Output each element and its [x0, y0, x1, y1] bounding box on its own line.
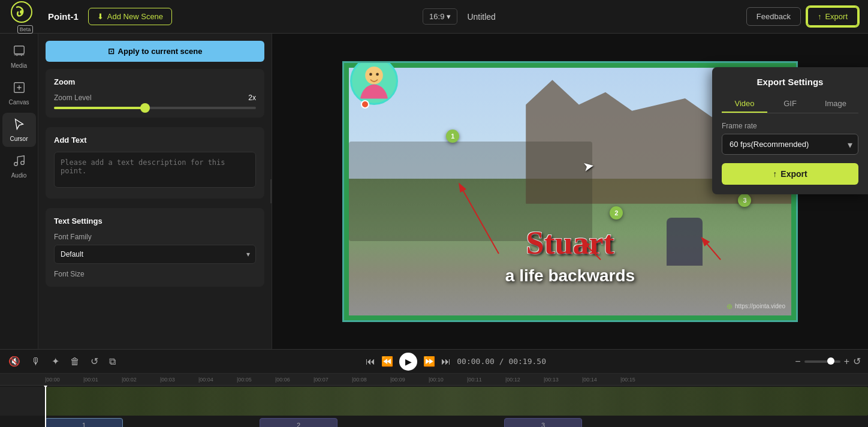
svg-point-7: [376, 73, 379, 76]
zoom-out-button[interactable]: −: [795, 356, 800, 367]
frame-rate-select[interactable]: 30 fps 60 fps(Recommended) 24 fps: [722, 134, 858, 155]
effects-button[interactable]: ✦: [50, 354, 61, 368]
thumb-strip-inner: [45, 387, 868, 416]
ruler-mark-4: |00:04: [198, 377, 237, 383]
beta-badge: Beta: [17, 25, 34, 34]
left-sidebar-icons: Media Canvas Cursor: [0, 34, 38, 349]
add-text-title: Add Text: [54, 136, 256, 145]
add-text-input[interactable]: [54, 152, 256, 188]
main-area: Media Canvas Cursor: [0, 34, 868, 349]
apply-to-scene-button[interactable]: ⊡ Apply to current scene: [46, 41, 264, 62]
ruler-mark-3: |00:03: [160, 377, 198, 383]
export-icon: ↑: [818, 12, 822, 21]
export-settings-panel: Export Settings Video GIF Image Frame ra…: [712, 67, 868, 194]
text-settings-section: Text Settings Font Family Default Arial …: [46, 208, 264, 287]
track-label: [0, 387, 45, 416]
feedback-button[interactable]: Feedback: [746, 7, 801, 26]
export-tabs: Video GIF Image: [722, 95, 858, 113]
add-text-section: Add Text: [46, 127, 264, 199]
logo-wrapper: Beta: [10, 0, 41, 34]
audio-icon: [13, 154, 26, 170]
scenes-track: 1 2 3: [0, 417, 868, 427]
sidebar-item-canvas[interactable]: Canvas: [2, 76, 36, 110]
scene-block-3[interactable]: 3: [504, 418, 582, 427]
export-tab-gif[interactable]: GIF: [767, 95, 813, 113]
sidebar-cursor-label: Cursor: [10, 136, 28, 142]
ruler-mark-6: |00:06: [275, 377, 314, 383]
zoom-reset-button[interactable]: ↺: [853, 356, 861, 367]
ruler-mark-9: |00:09: [390, 377, 429, 383]
export-action-icon: ↑: [773, 169, 777, 179]
cursor-icon: [13, 118, 26, 133]
mute-button[interactable]: 🔇: [7, 354, 22, 368]
ruler-mark-14: |00:14: [582, 377, 620, 383]
thumbnail-strip: [45, 387, 868, 416]
sidebar-audio-label: Audio: [11, 172, 27, 179]
prev-button[interactable]: ⏮: [366, 356, 375, 367]
ruler-mark-8: |00:08: [352, 377, 390, 383]
step-back-button[interactable]: ⏪: [381, 356, 393, 367]
ruler-mark-12: |00:12: [505, 377, 544, 383]
export-tab-video[interactable]: Video: [722, 95, 767, 113]
ruler-mark-15: |00:15: [620, 377, 659, 383]
frame-rate-select-wrapper: 30 fps 60 fps(Recommended) 24 fps ▾: [722, 134, 858, 155]
font-family-select-wrapper: Default Arial Georgia Helvetica Times Ne…: [54, 245, 256, 264]
text-settings-title: Text Settings: [54, 216, 256, 225]
top-center: 16:9 ▾ Untitled: [172, 8, 746, 25]
ruler-mark-2: |00:02: [122, 377, 160, 383]
font-family-select[interactable]: Default Arial Georgia Helvetica Times Ne…: [54, 245, 256, 264]
timeline-zoom-thumb[interactable]: [827, 357, 834, 365]
export-panel-title: Export Settings: [722, 77, 858, 87]
point-marker-1: 1: [446, 130, 459, 143]
zoom-slider[interactable]: [54, 107, 256, 109]
canvas-icon: [13, 81, 26, 97]
next-button[interactable]: ⏭: [441, 356, 451, 367]
add-new-scene-button[interactable]: ⬇ Add New Scene: [88, 8, 172, 25]
play-button[interactable]: ▶: [399, 353, 417, 371]
sidebar-item-audio[interactable]: Audio: [2, 149, 36, 184]
undo-button[interactable]: ↺: [89, 354, 100, 368]
timeline-zoom-slider[interactable]: [804, 360, 840, 363]
ruler-mark-11: |00:11: [467, 377, 505, 383]
add-scene-icon: ⬇: [97, 12, 104, 21]
scene-title: Untitled: [467, 12, 495, 22]
delete-segment-button[interactable]: 🗑: [69, 355, 81, 368]
zoom-slider-track: [54, 107, 256, 109]
video-area: Stuart a life backwards ⊕ https://pointa…: [272, 34, 868, 349]
ruler-mark-13: |00:13: [544, 377, 582, 383]
ruler-mark-1: |00:01: [83, 377, 122, 383]
font-size-label: Font Size: [54, 270, 256, 278]
apply-icon: ⊡: [108, 47, 114, 56]
sidebar-media-label: Media: [11, 62, 27, 69]
timeline-tracks: 1 2 3: [0, 386, 868, 427]
scene-block-2[interactable]: 2: [260, 418, 337, 427]
mic-button[interactable]: 🎙: [30, 355, 42, 368]
ruler-mark-10: |00:10: [429, 377, 467, 383]
playhead[interactable]: [45, 386, 46, 427]
ruler-marks-container: |00:00 |00:01 |00:02 |00:03 |00:04 |00:0…: [45, 377, 659, 383]
sidebar-canvas-label: Canvas: [9, 99, 29, 106]
play-controls: ⏮ ⏪ ▶ ⏩ ⏭ 00:00.00 / 00:19.50: [125, 353, 786, 371]
export-action-button[interactable]: ↑ Export: [722, 163, 858, 185]
step-forward-button[interactable]: ⏩: [423, 356, 435, 367]
aspect-ratio-button[interactable]: 16:9 ▾: [423, 8, 457, 25]
zoom-slider-thumb[interactable]: [140, 103, 150, 113]
timeline-area: 🔇 🎙 ✦ 🗑 ↺ ⧉ ⏮ ⏪ ▶ ⏩ ⏭ 00:00.00 / 00:19.5…: [0, 349, 868, 427]
zoom-in-button[interactable]: +: [844, 356, 849, 367]
frame-rate-label: Frame rate: [722, 122, 858, 130]
sidebar-item-cursor[interactable]: Cursor: [2, 113, 36, 147]
time-display: 00:00.00 / 00:19.50: [457, 357, 546, 366]
redo-button[interactable]: ⧉: [108, 355, 117, 368]
avatar: [350, 61, 398, 105]
export-tab-image[interactable]: Image: [813, 95, 858, 113]
sidebar-item-media[interactable]: Media: [2, 40, 36, 74]
svg-point-1: [20, 10, 23, 14]
export-button[interactable]: ↑ Export: [807, 7, 858, 26]
zoom-level-value: 2x: [248, 94, 256, 102]
zoom-controls: − + ↺: [795, 356, 861, 367]
video-strip: [45, 387, 868, 416]
scene-block-1[interactable]: 1: [45, 418, 123, 427]
zoom-slider-fill: [54, 107, 145, 109]
svg-point-6: [369, 73, 372, 76]
timeline-ruler: |00:00 |00:01 |00:02 |00:03 |00:04 |00:0…: [0, 374, 868, 386]
